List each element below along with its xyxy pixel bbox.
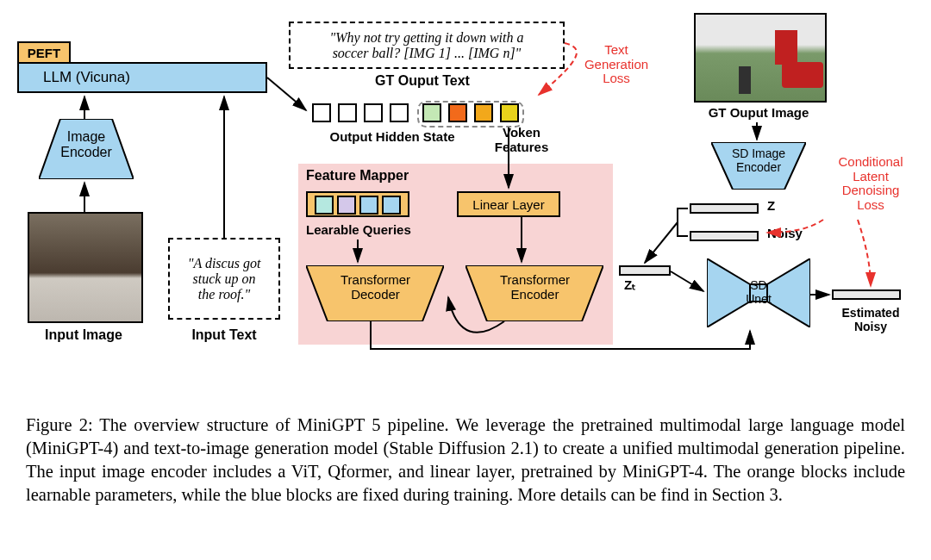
llm-block: LLM (Vicuna) — [17, 62, 267, 93]
transformer-decoder-label: Transformer Decoder — [317, 272, 434, 302]
learnable-queries-box — [306, 191, 409, 217]
transformer-encoder-label: Transformer Encoder — [477, 272, 593, 302]
pipeline-diagram: PEFT LLM (Vicuna) Image Encoder Input Im… — [17, 9, 914, 396]
peft-block: PEFT — [17, 41, 71, 64]
svg-line-17 — [645, 222, 678, 263]
svg-line-18 — [671, 271, 703, 291]
linear-layer-box: Linear Layer — [457, 191, 560, 217]
figure-caption: Figure 2: The overview structure of Mini… — [26, 414, 905, 507]
